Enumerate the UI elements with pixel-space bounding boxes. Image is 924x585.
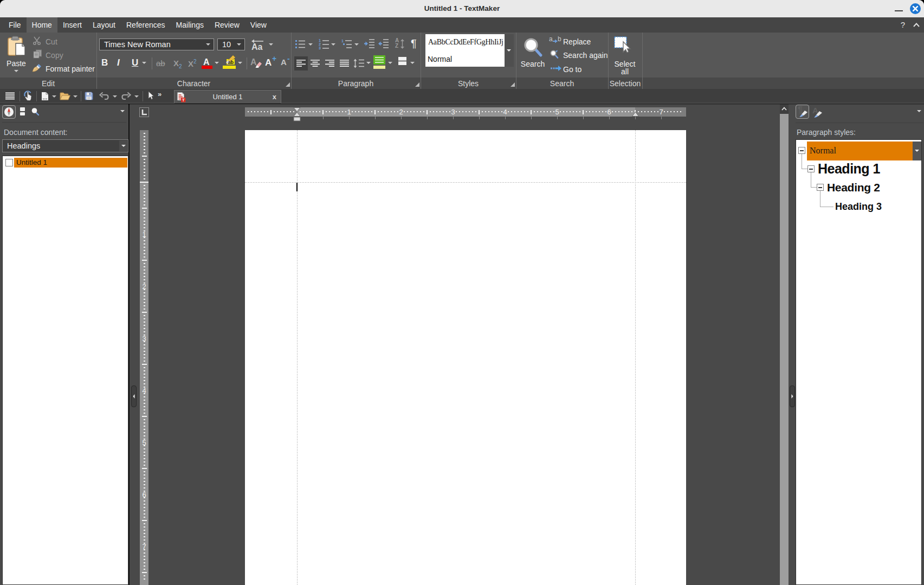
replace-button[interactable]: Replace bbox=[563, 37, 591, 46]
menu-item-review[interactable]: Review bbox=[209, 17, 245, 33]
left-panel-collapse-handle[interactable] bbox=[131, 385, 137, 407]
document-tab[interactable]: T Untitled 1 x bbox=[174, 90, 281, 104]
tab-close-icon[interactable]: x bbox=[273, 91, 276, 104]
navigator-button[interactable] bbox=[2, 105, 16, 119]
align-center-button[interactable] bbox=[311, 60, 320, 67]
search-icon[interactable] bbox=[522, 36, 544, 57]
highlight-button[interactable]: ab bbox=[223, 55, 236, 69]
open-file-icon[interactable] bbox=[60, 92, 70, 100]
style-item-heading2[interactable]: Heading 2 bbox=[827, 181, 880, 194]
strikethrough-button[interactable]: ab bbox=[156, 59, 165, 68]
menu-item-insert[interactable]: Insert bbox=[57, 17, 87, 33]
new-document-dropdown-icon[interactable] bbox=[52, 95, 56, 98]
menu-item-home[interactable]: Home bbox=[27, 17, 57, 33]
search-button[interactable]: Search bbox=[516, 60, 549, 68]
character-styles-button[interactable]: A bbox=[811, 106, 824, 119]
sort-icon[interactable]: A Z bbox=[395, 39, 406, 49]
close-icon[interactable] bbox=[910, 3, 921, 14]
cut-button[interactable]: Cut bbox=[46, 37, 57, 46]
menu-item-mailings[interactable]: Mailings bbox=[171, 17, 209, 33]
toolbar-overflow-icon[interactable]: » bbox=[158, 90, 161, 98]
menu-item-view[interactable]: View bbox=[245, 17, 272, 33]
panes-icon[interactable] bbox=[20, 107, 25, 115]
font-color-dropdown-icon[interactable] bbox=[215, 62, 219, 64]
menu-item-file[interactable]: File bbox=[3, 17, 27, 33]
menu-item-references[interactable]: References bbox=[121, 17, 171, 33]
tree-collapse-icon[interactable] bbox=[807, 165, 815, 172]
style-item-normal[interactable]: Normal bbox=[807, 142, 913, 160]
line-spacing-icon[interactable] bbox=[353, 59, 364, 68]
italic-button[interactable]: I bbox=[117, 57, 120, 68]
minimize-icon[interactable] bbox=[895, 10, 903, 11]
align-justify-button[interactable] bbox=[340, 60, 349, 67]
save-icon[interactable] bbox=[85, 92, 93, 100]
content-item-untitled[interactable]: Untitled 1 bbox=[14, 158, 127, 168]
increase-indent-icon[interactable] bbox=[364, 39, 374, 48]
redo-icon[interactable] bbox=[121, 92, 131, 100]
tab-stop-selector[interactable] bbox=[139, 107, 149, 117]
pan-hand-icon[interactable] bbox=[24, 91, 33, 101]
menu-item-layout[interactable]: Layout bbox=[87, 17, 121, 33]
undo-icon[interactable] bbox=[100, 92, 109, 100]
sidebar-toggle-icon[interactable] bbox=[5, 92, 15, 100]
highlight-dropdown-icon[interactable] bbox=[238, 62, 242, 64]
collapse-ribbon-icon[interactable] bbox=[912, 17, 921, 33]
bullet-list-icon[interactable] bbox=[295, 40, 305, 48]
content-item-checkbox[interactable] bbox=[5, 159, 13, 166]
superscript-button[interactable]: X2 bbox=[188, 59, 197, 69]
font-size-combobox[interactable]: 10 bbox=[217, 38, 245, 50]
font-name-combobox[interactable]: Times New Roman bbox=[99, 38, 214, 50]
decrease-indent-icon[interactable] bbox=[378, 39, 389, 48]
new-document-icon[interactable] bbox=[41, 92, 49, 101]
vertical-ruler[interactable]: 1234567 bbox=[140, 130, 148, 585]
format-painter-button[interactable]: Format painter bbox=[46, 65, 95, 73]
goto-button[interactable]: Go to bbox=[563, 65, 581, 74]
right-panel-collapse-handle[interactable] bbox=[790, 385, 795, 407]
tree-collapse-icon[interactable] bbox=[817, 184, 824, 191]
character-dialog-launcher-icon[interactable] bbox=[286, 82, 290, 87]
select-all-button-line2[interactable]: all bbox=[608, 67, 642, 76]
select-all-icon[interactable] bbox=[614, 36, 631, 54]
subscript-button[interactable]: X2 bbox=[173, 59, 182, 69]
copy-button[interactable]: Copy bbox=[46, 51, 63, 60]
grow-font-button[interactable]: A + bbox=[265, 55, 277, 69]
shading-button[interactable] bbox=[373, 55, 385, 69]
paragraph-styles-button[interactable]: ¶ bbox=[796, 105, 809, 119]
align-left-button[interactable] bbox=[294, 56, 308, 70]
borders-dropdown-icon[interactable] bbox=[410, 62, 415, 64]
pilcrow-button[interactable]: ¶ bbox=[411, 37, 417, 50]
vertical-scrollbar[interactable] bbox=[780, 104, 789, 585]
pointer-icon[interactable] bbox=[148, 91, 154, 101]
paste-dropdown-icon[interactable] bbox=[14, 70, 18, 72]
multilevel-list-icon[interactable]: 1 bbox=[341, 38, 352, 49]
bold-button[interactable]: B bbox=[101, 57, 108, 68]
scrollbar-thumb[interactable] bbox=[780, 114, 789, 585]
style-preview-box[interactable]: AaBbCcDdEeFfGgHhIiJj Normal bbox=[425, 34, 514, 67]
open-file-dropdown-icon[interactable] bbox=[73, 95, 77, 98]
redo-dropdown-icon[interactable] bbox=[134, 95, 139, 98]
style-preview-dropdown-icon[interactable] bbox=[507, 49, 511, 52]
borders-icon[interactable] bbox=[398, 57, 406, 65]
change-case-dropdown-icon[interactable] bbox=[269, 43, 273, 46]
scroll-up-button[interactable] bbox=[780, 104, 789, 114]
paste-button[interactable]: Paste bbox=[0, 59, 33, 68]
style-item-heading3[interactable]: Heading 3 bbox=[835, 201, 882, 213]
style-item-dropdown[interactable] bbox=[913, 142, 921, 160]
multilevel-list-dropdown-icon[interactable] bbox=[354, 43, 359, 46]
paste-icon[interactable] bbox=[8, 36, 26, 57]
line-spacing-dropdown-icon[interactable] bbox=[366, 62, 371, 64]
numbered-list-icon[interactable]: 1 2 3 bbox=[319, 38, 329, 49]
change-case-icon[interactable]: Aa bbox=[250, 39, 266, 52]
sidebar-dropdown-icon[interactable] bbox=[120, 110, 125, 112]
tree-collapse-icon[interactable] bbox=[798, 147, 805, 154]
undo-dropdown-icon[interactable] bbox=[113, 95, 117, 98]
content-filter-combobox[interactable]: Headings bbox=[2, 139, 128, 152]
bullet-list-dropdown-icon[interactable] bbox=[308, 43, 313, 46]
underline-dropdown-icon[interactable] bbox=[142, 62, 146, 64]
underline-button[interactable]: U bbox=[132, 57, 138, 68]
numbered-list-dropdown-icon[interactable] bbox=[331, 43, 335, 46]
shading-dropdown-icon[interactable] bbox=[388, 62, 392, 64]
styles-sidebar-dropdown-icon[interactable] bbox=[917, 110, 921, 112]
clear-formatting-button[interactable]: A bbox=[250, 56, 262, 69]
styles-dialog-launcher-icon[interactable] bbox=[511, 82, 515, 87]
